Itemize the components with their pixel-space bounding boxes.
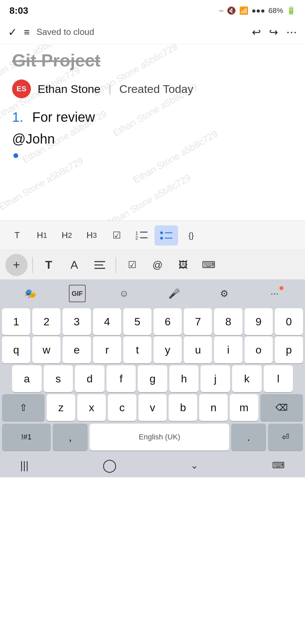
key-3[interactable]: 3 xyxy=(62,308,91,335)
key-w[interactable]: w xyxy=(32,336,60,363)
key-r[interactable]: r xyxy=(93,336,121,363)
key-x[interactable]: x xyxy=(77,394,106,421)
svg-text:2: 2 xyxy=(135,235,138,240)
key-s[interactable]: s xyxy=(44,365,73,392)
at-mention-btn[interactable]: @ xyxy=(146,254,169,276)
key-0[interactable]: 0 xyxy=(275,308,303,335)
doc-title[interactable]: Git Project xyxy=(12,51,293,70)
enter-key[interactable]: ⏎ xyxy=(268,424,303,450)
toolbar-right: ↩ ↪ ⋯ xyxy=(252,26,297,39)
row-zxcv: ⇧ z x c v b n m ⌫ xyxy=(2,394,303,421)
author-row: ES Ethan Stone | Created Today xyxy=(0,73,305,106)
key-8[interactable]: 8 xyxy=(214,308,242,335)
emoji-btn[interactable]: ☺ xyxy=(112,285,136,302)
font-size-btn[interactable]: A xyxy=(63,254,85,276)
toolbar-divider-2 xyxy=(116,257,116,273)
period-key[interactable]: . xyxy=(231,424,266,450)
key-c[interactable]: c xyxy=(108,394,136,421)
battery-text: 68% xyxy=(268,6,283,15)
more-kb-btn[interactable]: ··· xyxy=(263,285,286,302)
key-5[interactable]: 5 xyxy=(123,308,151,335)
key-f[interactable]: f xyxy=(106,365,136,392)
key-b[interactable]: b xyxy=(169,394,197,421)
key-6[interactable]: 6 xyxy=(154,308,182,335)
fmt-ordered-btn[interactable]: 12 xyxy=(130,225,153,246)
status-bar: 8:03 ⎓ 🔇 📶 ●●● 68% 🔋 xyxy=(0,0,305,20)
fmt-code-btn[interactable]: {} xyxy=(179,225,203,246)
key-p[interactable]: p xyxy=(275,336,303,363)
key-o[interactable]: o xyxy=(245,336,273,363)
alpha-rows: q w e r t y u i o p a s d f g h j k l ⇧ … xyxy=(0,336,305,422)
svg-point-6 xyxy=(160,237,163,239)
key-g[interactable]: g xyxy=(138,365,167,392)
key-y[interactable]: y xyxy=(154,336,182,363)
key-i[interactable]: i xyxy=(214,336,242,363)
symbols-key[interactable]: !#1 xyxy=(2,424,51,450)
svg-point-4 xyxy=(160,231,163,234)
key-2[interactable]: 2 xyxy=(32,308,60,335)
align-btn[interactable] xyxy=(89,254,111,276)
key-9[interactable]: 9 xyxy=(245,308,273,335)
key-k[interactable]: k xyxy=(232,365,262,392)
status-icons: ⎓ 🔇 📶 ●●● 68% 🔋 xyxy=(219,6,296,15)
fmt-h1-btn[interactable]: H1 xyxy=(30,225,54,246)
comma-key[interactable]: , xyxy=(53,424,88,450)
space-key[interactable]: English (UK) xyxy=(90,424,229,450)
home-nav[interactable]: ◯ xyxy=(102,458,117,473)
key-l[interactable]: l xyxy=(264,365,293,392)
toolbar: ✓ ≡ Saved to cloud ↩ ↪ ⋯ xyxy=(0,20,305,44)
keyboard-btn[interactable]: ⌨ xyxy=(198,254,220,276)
fmt-text-btn[interactable]: T xyxy=(5,225,29,246)
key-d[interactable]: d xyxy=(75,365,104,392)
check-item-btn[interactable]: ☑ xyxy=(121,254,143,276)
fmt-bullet-btn[interactable] xyxy=(155,225,178,246)
recent-nav[interactable]: ⌄ xyxy=(190,460,198,471)
keyboard: 🎭 GIF ☺ 🎤 ⚙ ··· 1 2 3 4 5 6 7 8 9 0 q w … xyxy=(0,279,305,453)
key-7[interactable]: 7 xyxy=(184,308,212,335)
image-btn[interactable]: 🖼 xyxy=(172,254,194,276)
key-n[interactable]: n xyxy=(199,394,228,421)
key-a[interactable]: a xyxy=(12,365,42,392)
fmt-h3-btn[interactable]: H3 xyxy=(80,225,103,246)
backspace-key[interactable]: ⌫ xyxy=(260,394,303,421)
mention-text: @John xyxy=(12,131,293,147)
plus-btn[interactable]: + xyxy=(5,254,28,276)
item-number: 1. xyxy=(12,110,27,125)
key-e[interactable]: e xyxy=(62,336,91,363)
fmt-checkbox-btn[interactable]: ☑ xyxy=(105,225,128,246)
key-q[interactable]: q xyxy=(2,336,30,363)
key-1[interactable]: 1 xyxy=(2,308,30,335)
key-m[interactable]: m xyxy=(230,394,258,421)
sticker-btn[interactable]: 🎭 xyxy=(19,285,42,302)
key-j[interactable]: j xyxy=(201,365,230,392)
check-icon[interactable]: ✓ xyxy=(8,26,17,39)
signal-icon: ●●● xyxy=(252,6,265,15)
shift-key[interactable]: ⇧ xyxy=(2,394,45,421)
avatar: ES xyxy=(12,79,31,98)
secondary-toolbar: + T A ☑ @ 🖼 ⌨ xyxy=(0,250,305,279)
key-u[interactable]: u xyxy=(184,336,212,363)
outline-icon[interactable]: ≡ xyxy=(24,26,30,38)
row-qwerty: q w e r t y u i o p xyxy=(2,336,303,363)
key-h[interactable]: h xyxy=(169,365,199,392)
doc-content[interactable]: 1. For review @John xyxy=(0,106,305,220)
gif-btn[interactable]: GIF xyxy=(69,285,85,302)
key-t[interactable]: t xyxy=(123,336,151,363)
redo-icon[interactable]: ↪ xyxy=(269,26,278,39)
key-v[interactable]: v xyxy=(138,394,167,421)
key-z[interactable]: z xyxy=(47,394,75,421)
fmt-h2-btn[interactable]: H2 xyxy=(55,225,79,246)
key-4[interactable]: 4 xyxy=(93,308,121,335)
toolbar-divider-1 xyxy=(32,257,33,273)
battery-icon: 🔋 xyxy=(287,6,296,15)
created-label: Created Today xyxy=(119,83,193,96)
keyboard-nav[interactable]: ⌨ xyxy=(272,460,285,471)
more-icon[interactable]: ⋯ xyxy=(286,26,297,39)
back-nav[interactable]: ||| xyxy=(20,459,29,472)
saved-status: Saved to cloud xyxy=(37,27,245,37)
undo-icon[interactable]: ↩ xyxy=(252,26,261,39)
text-style-btn[interactable]: T xyxy=(38,254,60,276)
keyboard-top-row: 🎭 GIF ☺ 🎤 ⚙ ··· xyxy=(0,279,305,306)
mic-btn[interactable]: 🎤 xyxy=(162,285,186,302)
settings-btn[interactable]: ⚙ xyxy=(213,285,236,302)
